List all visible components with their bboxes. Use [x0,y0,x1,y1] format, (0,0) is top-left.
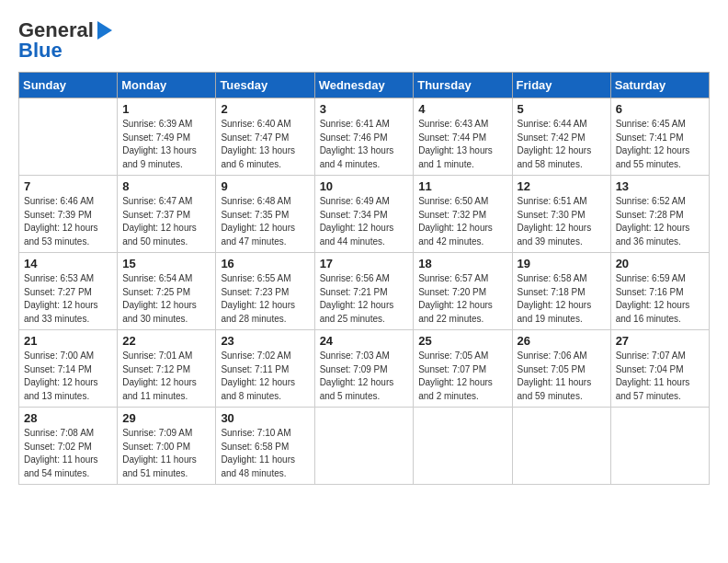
day-number: 15 [122,257,210,270]
day-info: Sunrise: 7:01 AMSunset: 7:12 PMDaylight:… [122,350,210,403]
calendar-cell [610,408,709,485]
calendar-cell [512,408,610,485]
day-info: Sunrise: 6:44 AMSunset: 7:42 PMDaylight:… [518,118,606,171]
header-thursday: Thursday [414,73,512,98]
calendar-cell: 15Sunrise: 6:54 AMSunset: 7:25 PMDayligh… [118,253,216,330]
calendar-cell: 18Sunrise: 6:57 AMSunset: 7:20 PMDayligh… [414,253,512,330]
logo-blue: Blue [18,39,63,63]
day-number: 9 [221,179,309,193]
day-info: Sunrise: 6:59 AMSunset: 7:16 PMDaylight:… [616,272,704,326]
page-header: General Blue [18,18,710,63]
calendar-cell: 21Sunrise: 7:00 AMSunset: 7:14 PMDayligh… [19,330,118,408]
header-saturday: Saturday [610,73,709,98]
calendar-cell: 5Sunrise: 6:44 AMSunset: 7:42 PMDaylight… [512,98,610,176]
day-number: 2 [221,102,309,116]
day-number: 29 [122,411,210,425]
day-info: Sunrise: 6:50 AMSunset: 7:32 PMDaylight:… [418,195,506,248]
calendar-cell: 8Sunrise: 6:47 AMSunset: 7:37 PMDaylight… [118,176,216,253]
calendar-cell: 3Sunrise: 6:41 AMSunset: 7:46 PMDaylight… [314,98,414,176]
calendar-week-3: 14Sunrise: 6:53 AMSunset: 7:27 PMDayligh… [19,253,710,330]
calendar-cell: 26Sunrise: 7:06 AMSunset: 7:05 PMDayligh… [512,330,610,408]
day-info: Sunrise: 6:54 AMSunset: 7:25 PMDaylight:… [122,272,210,326]
calendar-cell: 22Sunrise: 7:01 AMSunset: 7:12 PMDayligh… [118,330,216,408]
day-number: 4 [418,102,506,116]
header-monday: Monday [118,73,216,98]
day-number: 12 [518,179,606,193]
day-number: 26 [518,334,606,348]
calendar-week-4: 21Sunrise: 7:00 AMSunset: 7:14 PMDayligh… [19,330,710,408]
calendar-cell [19,98,118,176]
day-info: Sunrise: 6:52 AMSunset: 7:28 PMDaylight:… [616,195,704,248]
calendar-table: SundayMondayTuesdayWednesdayThursdayFrid… [18,72,710,485]
day-number: 20 [616,257,704,270]
calendar-cell: 13Sunrise: 6:52 AMSunset: 7:28 PMDayligh… [610,176,709,253]
day-number: 10 [320,179,409,193]
calendar-header-row: SundayMondayTuesdayWednesdayThursdayFrid… [19,73,710,98]
calendar-week-1: 1Sunrise: 6:39 AMSunset: 7:49 PMDaylight… [19,98,710,176]
calendar-cell: 7Sunrise: 6:46 AMSunset: 7:39 PMDaylight… [19,176,118,253]
day-info: Sunrise: 6:49 AMSunset: 7:34 PMDaylight:… [320,195,409,248]
logo: General Blue [18,18,112,63]
day-info: Sunrise: 6:45 AMSunset: 7:41 PMDaylight:… [616,118,704,171]
day-number: 27 [616,334,704,348]
logo-arrow-icon [97,21,112,40]
day-number: 13 [616,179,704,193]
day-info: Sunrise: 7:10 AMSunset: 6:58 PMDaylight:… [221,427,309,480]
day-number: 22 [122,334,210,348]
day-number: 28 [24,411,112,425]
day-number: 24 [320,334,409,348]
calendar-cell: 27Sunrise: 7:07 AMSunset: 7:04 PMDayligh… [610,330,709,408]
day-info: Sunrise: 6:56 AMSunset: 7:21 PMDaylight:… [320,272,409,326]
calendar-cell: 20Sunrise: 6:59 AMSunset: 7:16 PMDayligh… [610,253,709,330]
day-info: Sunrise: 7:02 AMSunset: 7:11 PMDaylight:… [221,350,309,403]
calendar-cell: 23Sunrise: 7:02 AMSunset: 7:11 PMDayligh… [216,330,314,408]
calendar-cell: 28Sunrise: 7:08 AMSunset: 7:02 PMDayligh… [19,408,118,485]
calendar-cell [414,408,512,485]
header-wednesday: Wednesday [314,73,414,98]
day-number: 1 [122,102,210,116]
day-info: Sunrise: 6:39 AMSunset: 7:49 PMDaylight:… [122,118,210,171]
day-info: Sunrise: 7:06 AMSunset: 7:05 PMDaylight:… [518,350,606,403]
calendar-cell: 17Sunrise: 6:56 AMSunset: 7:21 PMDayligh… [314,253,414,330]
calendar-cell: 6Sunrise: 6:45 AMSunset: 7:41 PMDaylight… [610,98,709,176]
day-info: Sunrise: 7:08 AMSunset: 7:02 PMDaylight:… [24,427,112,480]
calendar-cell: 4Sunrise: 6:43 AMSunset: 7:44 PMDaylight… [414,98,512,176]
day-info: Sunrise: 6:51 AMSunset: 7:30 PMDaylight:… [518,195,606,248]
day-info: Sunrise: 6:55 AMSunset: 7:23 PMDaylight:… [221,272,309,326]
day-info: Sunrise: 6:40 AMSunset: 7:47 PMDaylight:… [221,118,309,171]
header-tuesday: Tuesday [216,73,314,98]
calendar-cell: 12Sunrise: 6:51 AMSunset: 7:30 PMDayligh… [512,176,610,253]
day-info: Sunrise: 6:47 AMSunset: 7:37 PMDaylight:… [122,195,210,248]
day-number: 17 [320,257,409,270]
day-info: Sunrise: 7:03 AMSunset: 7:09 PMDaylight:… [320,350,409,403]
day-number: 6 [616,102,704,116]
calendar-cell: 16Sunrise: 6:55 AMSunset: 7:23 PMDayligh… [216,253,314,330]
day-info: Sunrise: 6:57 AMSunset: 7:20 PMDaylight:… [418,272,506,326]
day-info: Sunrise: 6:46 AMSunset: 7:39 PMDaylight:… [24,195,112,248]
header-friday: Friday [512,73,610,98]
day-number: 3 [320,102,409,116]
calendar-week-5: 28Sunrise: 7:08 AMSunset: 7:02 PMDayligh… [19,408,710,485]
calendar-cell: 30Sunrise: 7:10 AMSunset: 6:58 PMDayligh… [216,408,314,485]
day-info: Sunrise: 7:09 AMSunset: 7:00 PMDaylight:… [122,427,210,480]
day-number: 11 [418,179,506,193]
day-info: Sunrise: 6:53 AMSunset: 7:27 PMDaylight:… [24,272,112,326]
day-number: 8 [122,179,210,193]
day-info: Sunrise: 7:00 AMSunset: 7:14 PMDaylight:… [24,350,112,403]
day-number: 14 [24,257,112,270]
calendar-cell: 11Sunrise: 6:50 AMSunset: 7:32 PMDayligh… [414,176,512,253]
day-number: 16 [221,257,309,270]
calendar-cell: 29Sunrise: 7:09 AMSunset: 7:00 PMDayligh… [118,408,216,485]
calendar-week-2: 7Sunrise: 6:46 AMSunset: 7:39 PMDaylight… [19,176,710,253]
day-info: Sunrise: 6:58 AMSunset: 7:18 PMDaylight:… [518,272,606,326]
day-number: 5 [518,102,606,116]
day-number: 18 [418,257,506,270]
calendar-cell [314,408,414,485]
day-info: Sunrise: 7:05 AMSunset: 7:07 PMDaylight:… [418,350,506,403]
day-number: 21 [24,334,112,348]
day-info: Sunrise: 7:07 AMSunset: 7:04 PMDaylight:… [616,350,704,403]
day-number: 25 [418,334,506,348]
calendar-cell: 10Sunrise: 6:49 AMSunset: 7:34 PMDayligh… [314,176,414,253]
calendar-cell: 25Sunrise: 7:05 AMSunset: 7:07 PMDayligh… [414,330,512,408]
day-info: Sunrise: 6:41 AMSunset: 7:46 PMDaylight:… [320,118,409,171]
